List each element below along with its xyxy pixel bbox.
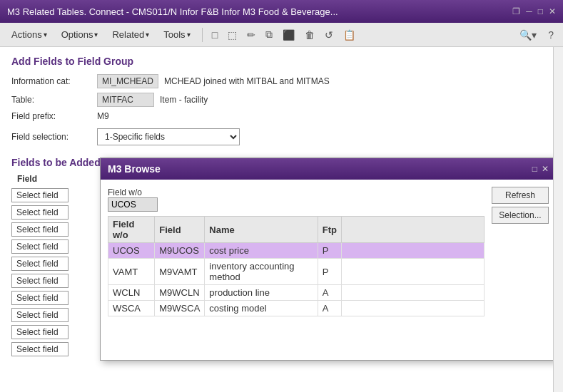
field-selection-label: Field selection:	[11, 132, 97, 142]
browse-cell-0-1: M9UCOS	[155, 243, 205, 259]
browse-cell-1-0: VAMT	[108, 259, 155, 285]
col-extra	[342, 217, 485, 243]
table-row-form: Table: MITFAC Item - facility	[11, 93, 552, 107]
browse-cell-2-3: A	[318, 285, 341, 301]
browse-filter-row: Field w/o	[108, 187, 485, 212]
select-field-button-5[interactable]: Select field	[11, 274, 69, 288]
new-icon[interactable]: □	[208, 27, 221, 43]
field-prefix-label: Field prefix:	[11, 111, 97, 121]
app-title: M3 Related Tables. Connect - CMS011/N In…	[7, 6, 338, 17]
copy-icon[interactable]: ⧉	[262, 26, 276, 43]
select-field-button-2[interactable]: Select field	[11, 222, 69, 237]
table-input[interactable]: MITFAC	[97, 93, 154, 107]
dialog-close-icon[interactable]: ✕	[542, 164, 549, 174]
m3-browse-dialog: M3 Browse □ ✕ Field w/o Field w/o Field	[100, 158, 557, 361]
close-icon[interactable]: ✕	[549, 6, 556, 16]
browse-cell-3-1: M9WSCA	[155, 301, 205, 316]
select-field-button-4[interactable]: Select field	[11, 257, 69, 271]
minimize-icon[interactable]: ─	[526, 6, 532, 16]
browse-table-header: Field w/o Field Name Ftp	[108, 217, 485, 243]
title-bar: M3 Related Tables. Connect - CMS011/N In…	[0, 0, 563, 23]
select-field-button-1[interactable]: Select field	[11, 205, 69, 220]
table-extra: Item - facility	[160, 95, 208, 105]
toolbar-separator	[202, 28, 203, 42]
menu-actions[interactable]: Actions ▾	[6, 27, 53, 42]
browse-row-3[interactable]: WSCAM9WSCAcosting modelA	[108, 301, 485, 316]
browse-cell-3-3: A	[318, 301, 341, 316]
chevron-down-icon: ▾	[187, 31, 191, 38]
dialog-titlebar: M3 Browse □ ✕	[101, 158, 556, 180]
browse-cell-2-2: production line	[205, 285, 318, 301]
selection-button[interactable]: Selection...	[492, 207, 549, 224]
col-field-wo: Field w/o	[108, 217, 155, 243]
browse-table-area: Field w/o Field w/o Field Name Ftp	[108, 187, 485, 353]
info-cat-label: Information cat:	[11, 76, 97, 86]
browse-cell-0-3: P	[318, 243, 341, 259]
refresh-icon[interactable]: ↺	[321, 27, 337, 43]
col-field: Field	[155, 217, 205, 243]
browse-cell-3-2: costing model	[205, 301, 318, 316]
dialog-minimize-icon[interactable]: □	[532, 164, 537, 174]
toolbar: Actions ▾ Options ▾ Related ▾ Tools ▾ □ …	[0, 23, 563, 47]
clipboard-icon[interactable]: 📋	[340, 27, 359, 43]
browse-cell-0-2: cost price	[205, 243, 318, 259]
menu-tools[interactable]: Tools ▾	[158, 27, 196, 42]
toolbar-right: 🔍▾ ?	[516, 27, 557, 43]
main-scrollbar[interactable]	[553, 47, 563, 392]
chevron-down-icon: ▾	[94, 31, 98, 38]
info-cat-value: MI_MCHEAD	[97, 74, 158, 88]
col-name: Name	[205, 217, 318, 243]
select-field-button-3[interactable]: Select field	[11, 239, 69, 254]
select-field-button-9[interactable]: Select field	[11, 342, 69, 356]
help-icon[interactable]: ?	[544, 27, 557, 43]
field-selection-dropdown[interactable]: 1-Specific fields 2-All fields	[97, 128, 240, 145]
browse-cell-1-4	[342, 259, 485, 285]
add-fields-title: Add Fields to Field Group	[11, 56, 552, 67]
browse-cell-1-3: P	[318, 259, 341, 285]
col-ftp: Ftp	[318, 217, 341, 243]
browse-cell-1-1: M9VAMT	[155, 259, 205, 285]
menu-options[interactable]: Options ▾	[56, 27, 104, 42]
browse-cell-1-2: inventory accounting method	[205, 259, 318, 285]
select-field-button-6[interactable]: Select field	[11, 291, 69, 305]
menu-related[interactable]: Related ▾	[106, 27, 155, 42]
maximize-icon[interactable]: □	[538, 6, 543, 16]
delete-icon[interactable]: 🗑	[301, 27, 318, 43]
browse-row-1[interactable]: VAMTM9VAMTinventory accounting methodP	[108, 259, 485, 285]
browse-tbody: UCOSM9UCOScost pricePVAMTM9VAMTinventory…	[108, 243, 485, 316]
field-prefix-value: M9	[97, 111, 109, 121]
browse-table: Field w/o Field Name Ftp UCOSM9UCOScost …	[108, 216, 485, 316]
search-icon[interactable]: 🔍▾	[516, 27, 540, 43]
browse-cell-0-4	[342, 243, 485, 259]
browse-row-2[interactable]: WCLNM9WCLNproduction lineA	[108, 285, 485, 301]
table-label: Table:	[11, 95, 97, 105]
main-content: Add Fields to Field Group Information ca…	[0, 47, 563, 392]
dialog-body: Field w/o Field w/o Field Name Ftp	[101, 180, 556, 360]
select-field-button-8[interactable]: Select field	[11, 325, 69, 339]
field-col-label: Field	[17, 174, 37, 184]
refresh-button[interactable]: Refresh	[492, 187, 549, 204]
field-prefix-row: Field prefix: M9	[11, 111, 552, 121]
dialog-title: M3 Browse	[108, 163, 161, 175]
chevron-down-icon: ▾	[44, 31, 47, 38]
chevron-down-icon: ▾	[146, 31, 149, 38]
edit-icon[interactable]: ✏	[243, 27, 259, 43]
browse-filter-label: Field w/o	[108, 187, 142, 197]
browse-actions: Refresh Selection...	[492, 187, 549, 353]
browse-cell-2-1: M9WCLN	[155, 285, 205, 301]
select-field-button-0[interactable]: Select field	[11, 188, 69, 202]
paste-icon[interactable]: ⬛	[279, 27, 298, 43]
field-selection-row: Field selection: 1-Specific fields 2-All…	[11, 128, 552, 145]
browse-row-0[interactable]: UCOSM9UCOScost priceP	[108, 243, 485, 259]
browse-cell-2-0: WCLN	[108, 285, 155, 301]
browse-cell-3-0: WSCA	[108, 301, 155, 316]
open-icon[interactable]: ⬚	[224, 27, 240, 43]
restore-icon[interactable]: ❐	[512, 6, 520, 16]
info-cat-extra: MCHEAD joined with MITBAL and MITMAS	[164, 76, 330, 86]
info-cat-row: Information cat: MI_MCHEAD MCHEAD joined…	[11, 74, 552, 88]
browse-cell-2-4	[342, 285, 485, 301]
dialog-controls: □ ✕	[532, 164, 549, 174]
select-field-button-7[interactable]: Select field	[11, 308, 69, 322]
browse-cell-3-4	[342, 301, 485, 316]
browse-filter-input[interactable]	[108, 197, 158, 212]
